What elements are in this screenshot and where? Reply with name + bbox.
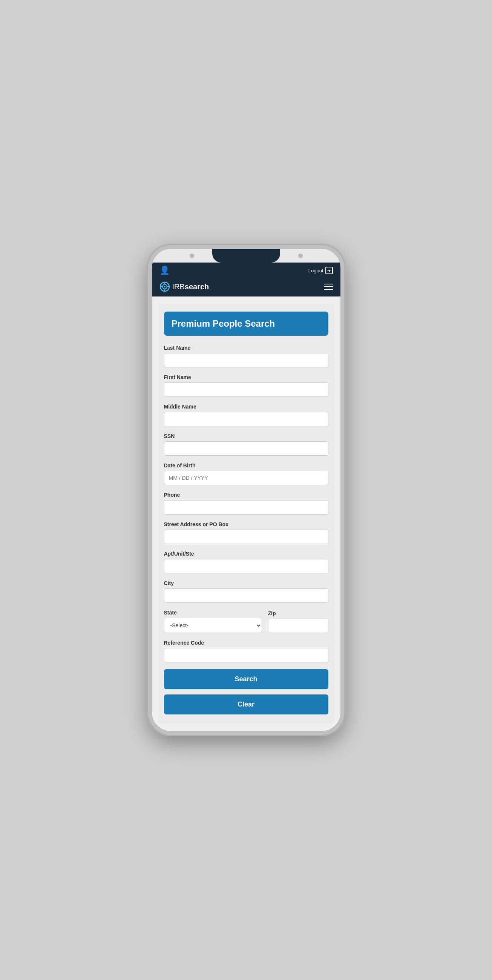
- city-group: City: [164, 580, 329, 603]
- state-group: State -Select-ALAKAZARCACOCTDEFLGAHIIDIL…: [164, 609, 262, 633]
- clear-button[interactable]: Clear: [164, 694, 329, 714]
- phone-camera-right: [298, 253, 303, 258]
- street-label: Street Address or PO Box: [164, 521, 329, 527]
- middle-name-input[interactable]: [164, 412, 329, 426]
- notch: [212, 249, 280, 262]
- phone-frame: 👤 Logout ➜ IRBsearch: [148, 245, 344, 735]
- phone-label: Phone: [164, 492, 329, 498]
- form-card: Premium People Search Last Name First Na…: [158, 304, 335, 724]
- page-title-banner: Premium People Search: [164, 312, 329, 336]
- last-name-group: Last Name: [164, 345, 329, 368]
- header-top-row: 👤 Logout ➜: [152, 262, 340, 278]
- ssn-input[interactable]: [164, 441, 329, 456]
- apt-input[interactable]: [164, 559, 329, 573]
- middle-name-label: Middle Name: [164, 404, 329, 410]
- ref-code-label: Reference Code: [164, 640, 329, 646]
- phone-input[interactable]: [164, 500, 329, 514]
- city-input[interactable]: [164, 589, 329, 603]
- header-logo-row: IRBsearch: [152, 278, 340, 296]
- first-name-input[interactable]: [164, 382, 329, 397]
- svg-point-2: [164, 286, 165, 288]
- dob-label: Date of Birth: [164, 463, 329, 468]
- app-content: Premium People Search Last Name First Na…: [152, 296, 340, 731]
- ssn-group: SSN: [164, 433, 329, 456]
- irb-logo-icon: [159, 282, 170, 292]
- apt-group: Apt/Unit/Ste: [164, 551, 329, 573]
- hamburger-menu-button[interactable]: [324, 284, 333, 290]
- search-button[interactable]: Search: [164, 669, 329, 689]
- first-name-label: First Name: [164, 374, 329, 380]
- first-name-group: First Name: [164, 374, 329, 397]
- logo-area: IRBsearch: [159, 282, 209, 292]
- zip-input[interactable]: [268, 619, 329, 633]
- middle-name-group: Middle Name: [164, 404, 329, 426]
- state-zip-row: State -Select-ALAKAZARCACOCTDEFLGAHIIDIL…: [164, 609, 329, 633]
- app-header: 👤 Logout ➜ IRBsearch: [152, 262, 340, 296]
- user-icon: 👤: [159, 266, 170, 275]
- logo-text: IRBsearch: [172, 283, 209, 291]
- state-select[interactable]: -Select-ALAKAZARCACOCTDEFLGAHIIDILINIAKS…: [164, 618, 262, 633]
- ref-code-group: Reference Code: [164, 640, 329, 662]
- phone-camera-left: [190, 253, 194, 258]
- phone-group: Phone: [164, 492, 329, 514]
- hamburger-line-1: [324, 284, 333, 285]
- hamburger-line-2: [324, 286, 333, 287]
- state-label: State: [164, 609, 262, 616]
- dob-input[interactable]: [164, 471, 329, 485]
- logout-label: Logout: [308, 268, 324, 274]
- street-input[interactable]: [164, 530, 329, 544]
- zip-label: Zip: [268, 610, 329, 616]
- street-group: Street Address or PO Box: [164, 521, 329, 544]
- logout-button[interactable]: Logout ➜: [308, 267, 333, 274]
- logo-bold: search: [185, 283, 209, 291]
- hamburger-line-3: [324, 289, 333, 290]
- zip-group: Zip: [268, 610, 329, 633]
- ssn-label: SSN: [164, 433, 329, 439]
- logout-arrow-icon: ➜: [325, 267, 333, 274]
- last-name-input[interactable]: [164, 353, 329, 368]
- ref-code-input[interactable]: [164, 648, 329, 662]
- dob-group: Date of Birth: [164, 463, 329, 485]
- phone-top-bar: [152, 249, 340, 262]
- apt-label: Apt/Unit/Ste: [164, 551, 329, 557]
- city-label: City: [164, 580, 329, 586]
- last-name-label: Last Name: [164, 345, 329, 351]
- page-title: Premium People Search: [171, 318, 275, 329]
